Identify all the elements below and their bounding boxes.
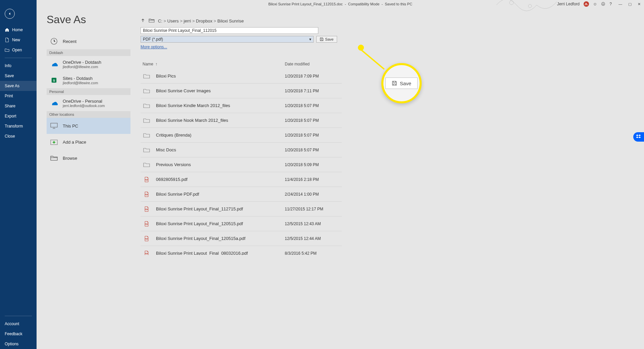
folder-row[interactable]: Biloxi Sunrise Nook March 2012_files 1/2… bbox=[141, 113, 342, 128]
location-sub: jledford@lifewire.com bbox=[63, 65, 101, 69]
file-row[interactable]: Biloxi Sunrise Print Layout_Final_112715… bbox=[141, 202, 342, 216]
doc-title: Biloxi Sunrise Print Layout_Final_112015… bbox=[268, 2, 412, 6]
maximize-button[interactable]: ▢ bbox=[628, 2, 632, 6]
back-button[interactable] bbox=[5, 9, 15, 19]
nav-export[interactable]: Export bbox=[0, 111, 37, 121]
nav-label: Account bbox=[5, 321, 19, 326]
pdf-icon bbox=[143, 206, 151, 212]
nav-open[interactable]: Open bbox=[0, 45, 37, 55]
breadcrumb-separator: > bbox=[212, 18, 217, 23]
nav-label: New bbox=[12, 38, 20, 42]
location-section-header: Personal bbox=[47, 88, 130, 95]
folder-icon bbox=[143, 162, 151, 167]
help-icon[interactable]: ? bbox=[609, 2, 612, 6]
nav-feedback[interactable]: Feedback bbox=[0, 329, 37, 339]
nav-label: Save As bbox=[5, 84, 19, 88]
save-button[interactable]: Save bbox=[316, 36, 337, 43]
row-date: 1/20/2018 5:07 PM bbox=[285, 103, 342, 108]
column-date[interactable]: Date modified bbox=[285, 62, 342, 66]
location-sub: jerri.ledford@outlook.com bbox=[63, 104, 105, 108]
row-name: 0692805915.pdf bbox=[156, 177, 285, 182]
location-label: Recent bbox=[63, 39, 76, 44]
nav-label: Options bbox=[5, 342, 18, 346]
row-date: 11/4/2016 2:18 PM bbox=[285, 177, 342, 182]
folder-row[interactable]: Biloxi Sunrise Kindle March 2012_files 1… bbox=[141, 98, 342, 113]
breadcrumb-segment[interactable]: C: bbox=[158, 18, 162, 23]
location-section-header: Other locations bbox=[47, 111, 130, 118]
location-item[interactable]: OneDrive - Dotdashjledford@lifewire.com bbox=[47, 56, 130, 72]
sharepoint-icon bbox=[49, 76, 59, 85]
nav-share[interactable]: Share bbox=[0, 101, 37, 111]
location-item[interactable]: Add a Place bbox=[47, 134, 130, 150]
row-date: 8/3/2016 5:42 PM bbox=[285, 251, 342, 255]
callout-magnifier: Save bbox=[381, 63, 422, 103]
file-row[interactable]: Biloxi Sunrise Print Layout_Final_120515… bbox=[141, 216, 342, 231]
breadcrumb-segment[interactable]: Users bbox=[167, 18, 179, 23]
avatar[interactable]: JL bbox=[584, 1, 589, 7]
nav-options[interactable]: Options bbox=[0, 339, 37, 349]
nav-save-as[interactable]: Save As bbox=[0, 81, 37, 91]
user-name[interactable]: Jerri Ledford bbox=[557, 2, 580, 6]
folder-row[interactable]: Biloxi Sunrise Cover Images 1/20/2018 7:… bbox=[141, 84, 342, 98]
pdf-icon bbox=[143, 177, 151, 182]
nav-transform[interactable]: Transform bbox=[0, 121, 37, 131]
location-item[interactable]: Sites - Dotdashjledford@lifewire.com bbox=[47, 72, 130, 88]
location-item[interactable]: Browse bbox=[47, 150, 130, 166]
location-title: OneDrive - Dotdash bbox=[63, 60, 101, 65]
more-options-link[interactable]: More options... bbox=[141, 45, 167, 49]
breadcrumb-segment[interactable]: Biloxi Sunrise bbox=[217, 18, 244, 23]
folder-icon bbox=[143, 103, 151, 108]
close-button[interactable]: ✕ bbox=[638, 2, 641, 6]
folder-row[interactable]: Critiques (Brenda) 1/20/2018 5:07 PM bbox=[141, 128, 342, 143]
face-sad-icon[interactable]: ☹ bbox=[601, 2, 605, 6]
nav-close[interactable]: Close bbox=[0, 131, 37, 141]
chevron-down-icon: ▾ bbox=[309, 37, 311, 42]
format-select[interactable]: PDF (*.pdf) ▾ bbox=[141, 36, 314, 43]
up-button[interactable] bbox=[141, 18, 145, 24]
filename-input[interactable] bbox=[141, 27, 318, 34]
nav-info[interactable]: Info bbox=[0, 61, 37, 71]
callout-anchor bbox=[358, 45, 364, 51]
folder-icon bbox=[143, 73, 151, 79]
nav-label: Print bbox=[5, 94, 13, 98]
row-name: Previous Versions bbox=[156, 162, 285, 167]
callout-save-button: Save bbox=[385, 78, 418, 89]
nav-label: Feedback bbox=[5, 332, 22, 336]
nav-account[interactable]: Account bbox=[0, 319, 37, 329]
nav-save[interactable]: Save bbox=[0, 71, 37, 81]
file-row[interactable]: 0692805915.pdf 11/4/2016 2:18 PM bbox=[141, 172, 342, 187]
breadcrumb-segment[interactable]: jerri bbox=[184, 18, 191, 23]
location-recent[interactable]: Recent bbox=[47, 33, 130, 49]
format-value: PDF (*.pdf) bbox=[143, 37, 163, 42]
face-happy-icon[interactable]: ☺ bbox=[593, 2, 597, 6]
location-item[interactable]: OneDrive - Personaljerri.ledford@outlook… bbox=[47, 95, 130, 111]
file-row[interactable]: Biloxi Sunrise Print Layout_Final_080320… bbox=[141, 246, 342, 255]
file-row[interactable]: Biloxi Sunrise PDF.pdf 2/24/2014 1:00 PM bbox=[141, 187, 342, 202]
location-item[interactable]: This PC bbox=[47, 118, 130, 134]
row-date: 1/20/2018 7:09 PM bbox=[285, 74, 342, 79]
location-section-header: Dotdash bbox=[47, 49, 130, 56]
callout-save-label: Save bbox=[400, 81, 411, 86]
nav-label: Open bbox=[12, 48, 22, 52]
folder-row[interactable]: Previous Versions 1/20/2018 5:09 PM bbox=[141, 157, 342, 172]
home-icon bbox=[5, 28, 9, 32]
nav-new[interactable]: New bbox=[0, 35, 37, 45]
save-icon bbox=[392, 81, 397, 86]
nav-home[interactable]: Home bbox=[0, 25, 37, 35]
page-title: Save As bbox=[47, 13, 130, 26]
pdf-icon bbox=[143, 251, 151, 255]
dropbox-tab[interactable] bbox=[633, 132, 644, 142]
breadcrumb-separator: > bbox=[179, 18, 184, 23]
onedrive-icon bbox=[49, 59, 59, 69]
folder-row[interactable]: Misc Docs 1/20/2018 5:07 PM bbox=[141, 143, 342, 157]
breadcrumb-segment[interactable]: Dropbox bbox=[196, 18, 212, 23]
folder-icon bbox=[143, 133, 151, 138]
file-row[interactable]: Biloxi Sunrise Print Layout_Final_120515… bbox=[141, 231, 342, 246]
folder-row[interactable]: Biloxi Pics 1/20/2018 7:09 PM bbox=[141, 69, 342, 84]
column-name[interactable]: Name ↑ bbox=[141, 62, 285, 66]
sort-asc-icon: ↑ bbox=[155, 62, 157, 66]
row-name: Misc Docs bbox=[156, 147, 285, 152]
minimize-button[interactable]: — bbox=[619, 2, 622, 6]
nav-print[interactable]: Print bbox=[0, 91, 37, 101]
row-date: 12/5/2015 12:43 AM bbox=[285, 221, 342, 226]
